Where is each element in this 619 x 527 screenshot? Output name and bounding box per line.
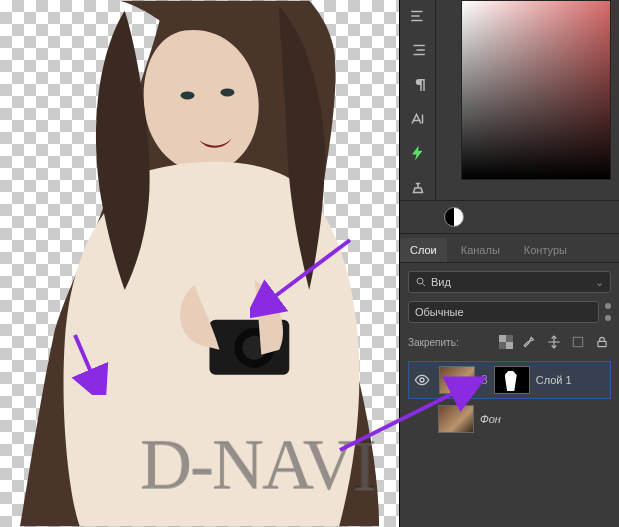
lock-position-icon[interactable] [545,333,563,351]
lock-artboard-icon[interactable] [569,333,587,351]
opacity-indicator[interactable] [605,301,611,323]
svg-point-4 [220,88,234,96]
lock-pixels-icon[interactable] [521,333,539,351]
blend-mode-label: Обычные [415,306,464,318]
chevron-down-icon: ⌄ [595,276,604,289]
layer-name[interactable]: Фон [480,413,501,425]
svg-point-15 [417,278,423,284]
tab-channels[interactable]: Каналы [451,238,510,262]
paragraph-icon[interactable] [404,73,432,97]
tab-paths[interactable]: Контуры [514,238,577,262]
clone-stamp-icon[interactable] [404,176,432,200]
filter-kind-label: Вид [431,276,451,288]
layers-panel: Вид ⌄ Обычные Закрепить: [400,263,619,445]
lock-transparent-icon[interactable] [497,333,515,351]
search-icon [415,276,427,288]
glyph-panel-icon[interactable] [404,107,432,131]
lock-all-icon[interactable] [593,333,611,351]
layer-filter-dropdown[interactable]: Вид ⌄ [408,271,611,293]
lock-label: Закрепить: [408,337,459,348]
blend-mode-dropdown[interactable]: Обычные [408,301,599,323]
svg-rect-18 [499,335,506,342]
vertical-tool-strip [400,0,436,200]
svg-point-3 [181,91,195,99]
flash-icon[interactable] [404,141,432,165]
layer-row[interactable]: Фон [408,401,611,437]
tab-layers[interactable]: Слои [400,238,447,262]
link-icon: 8 [481,373,488,387]
svg-rect-19 [506,342,513,349]
svg-rect-20 [573,337,582,346]
justify-left-icon[interactable] [404,4,432,28]
color-picker[interactable] [461,0,611,180]
canvas-area[interactable]: D-NAVI [0,0,400,527]
bw-adjustment-icon[interactable] [444,207,464,227]
layer-thumbnail[interactable] [439,366,475,394]
svg-line-16 [423,284,426,287]
justify-right-icon[interactable] [404,38,432,62]
svg-rect-21 [598,341,606,346]
layer-mask-thumbnail[interactable] [494,366,530,394]
visibility-toggle[interactable] [411,372,433,388]
watermark: D-NAVI [140,424,375,507]
layer-name[interactable]: Слой 1 [536,374,572,386]
panel-tabs: Слои Каналы Контуры [400,234,619,263]
svg-point-22 [420,378,424,382]
layer-row[interactable]: 8 Слой 1 [408,361,611,399]
layer-thumbnail[interactable] [438,405,474,433]
